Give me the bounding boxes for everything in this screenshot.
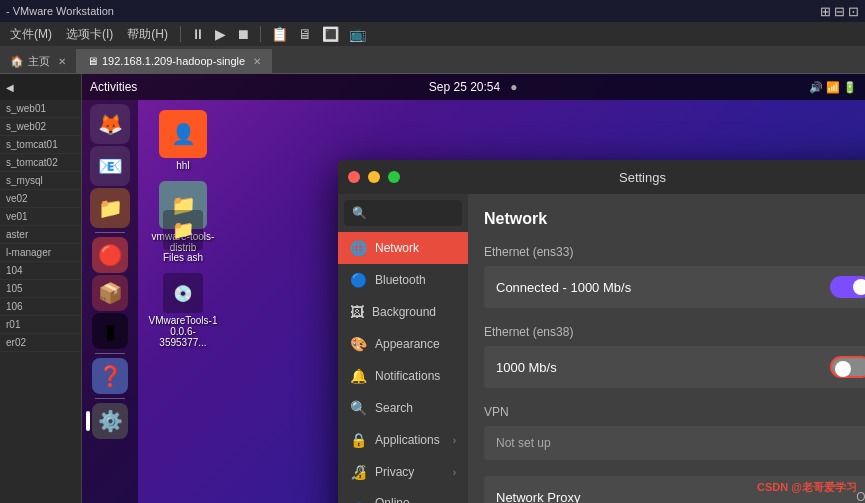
nav-item-background[interactable]: 🖼 Background: [338, 296, 468, 328]
side-panel-item-1[interactable]: s_web02: [0, 118, 81, 136]
vpn-card: Not set up: [484, 426, 865, 460]
toolbar-icon-1[interactable]: ⊞: [820, 4, 831, 19]
dock-settings[interactable]: ⚙️: [92, 403, 128, 439]
settings-search-input[interactable]: [373, 206, 453, 220]
side-panel-item-7[interactable]: aster: [0, 226, 81, 244]
vmware-title: - VMware Workstation: [6, 5, 114, 17]
side-panel-item-6[interactable]: ve01: [0, 208, 81, 226]
dock-email[interactable]: 📧: [90, 146, 130, 186]
settings-close-btn[interactable]: [348, 171, 360, 183]
nav-item-bluetooth[interactable]: 🔵 Bluetooth: [338, 264, 468, 296]
dock-help[interactable]: ❓: [92, 358, 128, 394]
desktop-area: 👤 hhl 📁 vmware-tools-distrib: [138, 100, 865, 503]
dock-separator-3: [95, 398, 125, 399]
menu-file[interactable]: 文件(M): [4, 24, 58, 45]
tab-vm-icon: 🖥: [87, 55, 98, 67]
side-panel-item-4[interactable]: s_mysql: [0, 172, 81, 190]
vpn-header: VPN +: [484, 404, 865, 420]
settings-maximize-btn[interactable]: [388, 171, 400, 183]
vmware-window: - VMware Workstation ⊞ ⊟ ⊡ 文件(M) 选项卡(I) …: [0, 0, 865, 503]
ubuntu-dock: 🦊 📧 📁 🔴 📦 ▮ ❓ ⚙️: [82, 100, 138, 503]
side-panel-item-2[interactable]: s_tomcat01: [0, 136, 81, 154]
desktop-icon-files[interactable]: 📁 Files ash: [148, 210, 218, 263]
tab-home-label: 主页: [28, 54, 50, 69]
dock-separator-1: [95, 232, 125, 233]
dock-app-orange[interactable]: 📦: [92, 275, 128, 311]
datetime-display: Sep 25 20:54: [429, 80, 500, 94]
toolbar-btn-3[interactable]: ⏹: [232, 26, 254, 42]
menu-help[interactable]: 帮助(H): [121, 24, 174, 45]
side-panel-item-8[interactable]: l-manager: [0, 244, 81, 262]
dock-terminal[interactable]: ▮: [92, 313, 128, 349]
side-panel-item-13[interactable]: er02: [0, 334, 81, 352]
tab-home[interactable]: 🏠 主页 ✕: [0, 49, 77, 73]
toolbar-btn-5[interactable]: 🖥: [294, 26, 316, 42]
settings-search-bar: 🔍: [344, 200, 462, 226]
nav-icon-privacy: 🔏: [350, 464, 367, 480]
ubuntu-topbar-right: 🔊 📶 🔋: [809, 81, 857, 94]
ethernet-ens38-section: Ethernet (ens38) + 1000 Mb/s: [484, 324, 865, 388]
nav-item-applications[interactable]: 🔒 Applications ›: [338, 424, 468, 456]
desktop-icon-vmwaretools2[interactable]: 💿 VMwareTools-10.0.6-3595377...: [148, 273, 218, 348]
side-panel-item-0[interactable]: s_web01: [0, 100, 81, 118]
nav-item-privacy[interactable]: 🔏 Privacy ›: [338, 456, 468, 488]
desktop-icon-files-label: Files ash: [163, 252, 203, 263]
ethernet-ens38-toggle[interactable]: [830, 356, 865, 378]
tab-home-icon: 🏠: [10, 55, 24, 68]
vmware-side-panel: ◀ s_web01 s_web02 s_tomcat01 s_tomcat02 …: [0, 74, 82, 503]
ethernet-ens33-section: Ethernet (ens33) + Connected - 1000 Mb/s: [484, 244, 865, 308]
activities-btn[interactable]: Activities: [90, 80, 137, 94]
nav-label-online-accounts: Online Accounts: [375, 496, 456, 503]
sys-tray-icons: 🔊 📶 🔋: [809, 81, 857, 94]
toolbar-btn-6[interactable]: 🔳: [318, 26, 343, 42]
network-panel-title: Network: [484, 210, 865, 228]
nav-arrow-privacy: ›: [453, 467, 456, 478]
nav-label-bluetooth: Bluetooth: [375, 273, 426, 287]
nav-arrow-applications: ›: [453, 435, 456, 446]
side-panel-collapse[interactable]: ◀: [6, 82, 14, 93]
dock-firefox[interactable]: 🦊: [90, 104, 130, 144]
ethernet-ens33-status: Connected - 1000 Mb/s: [496, 280, 631, 295]
toolbar-icon-2[interactable]: ⊟: [834, 4, 845, 19]
side-panel-item-12[interactable]: r01: [0, 316, 81, 334]
toolbar-icon-3[interactable]: ⊡: [848, 4, 859, 19]
tab-vm-close[interactable]: ✕: [253, 56, 261, 67]
ethernet-ens38-card: 1000 Mb/s ⚙: [484, 346, 865, 388]
nav-item-online-accounts[interactable]: 👤 Online Accounts: [338, 488, 468, 503]
nav-item-notifications[interactable]: 🔔 Notifications: [338, 360, 468, 392]
nav-label-privacy: Privacy: [375, 465, 414, 479]
settings-minimize-btn[interactable]: [368, 171, 380, 183]
nav-item-network[interactable]: 🌐 Network: [338, 232, 468, 264]
toolbar-btn-2[interactable]: ▶: [211, 26, 230, 42]
tab-vm[interactable]: 🖥 192.168.1.209-hadoop-single ✕: [77, 49, 272, 73]
ubuntu-topbar-center: Sep 25 20:54 ●: [137, 80, 809, 94]
toolbar-btn-4[interactable]: 📋: [267, 26, 292, 42]
desktop-icons-bottom: 📁 Files ash 💿 VMwareTools-10.0.6-3595377…: [148, 210, 218, 348]
nav-icon-notifications: 🔔: [350, 368, 367, 384]
toolbar-btn-1[interactable]: ⏸: [187, 26, 209, 42]
ethernet-ens33-toggle[interactable]: [830, 276, 865, 298]
csdn-watermark: CSDN @老哥爱学习: [757, 480, 857, 495]
settings-sidebar: 🔍 🌐 Network 🔵 Bluetooth: [338, 194, 468, 503]
dock-app-red[interactable]: 🔴: [92, 237, 128, 273]
menu-tabs[interactable]: 选项卡(I): [60, 24, 119, 45]
ethernet-ens33-info: Connected - 1000 Mb/s: [496, 280, 631, 295]
nav-label-search: Search: [375, 401, 413, 415]
side-panel-item-10[interactable]: 105: [0, 280, 81, 298]
ubuntu-desktop: Activities Sep 25 20:54 ● 🔊 📶 🔋 🦊 📧: [82, 74, 865, 503]
nav-item-appearance[interactable]: 🎨 Appearance: [338, 328, 468, 360]
dock-files[interactable]: 📁: [90, 188, 130, 228]
side-panel-item-9[interactable]: 104: [0, 262, 81, 280]
side-panel-item-11[interactable]: 106: [0, 298, 81, 316]
desktop-icon-hhl[interactable]: 👤 hhl: [148, 110, 218, 171]
nav-icon-bluetooth: 🔵: [350, 272, 367, 288]
settings-titlebar-left: [348, 171, 400, 183]
toolbar-btn-7[interactable]: 📺: [345, 26, 370, 42]
settings-main-panel: Network Ethernet (ens33) +: [468, 194, 865, 503]
ethernet-ens38-controls: ⚙: [830, 356, 865, 378]
side-panel-item-5[interactable]: ve02: [0, 190, 81, 208]
tab-home-close[interactable]: ✕: [58, 56, 66, 67]
nav-item-search[interactable]: 🔍 Search: [338, 392, 468, 424]
side-panel-item-3[interactable]: s_tomcat02: [0, 154, 81, 172]
settings-title: Settings: [619, 170, 666, 185]
